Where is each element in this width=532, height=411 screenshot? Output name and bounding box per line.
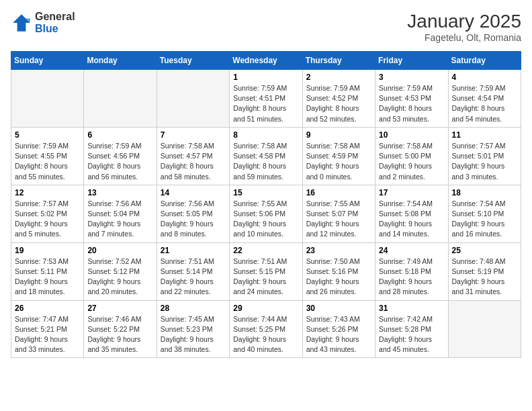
calendar-cell: 1Sunrise: 7:59 AM Sunset: 4:51 PM Daylig… [230,70,302,128]
calendar-cell: 25Sunrise: 7:48 AM Sunset: 5:19 PM Dayli… [448,242,521,300]
day-number: 11 [452,130,517,140]
calendar-cell: 16Sunrise: 7:55 AM Sunset: 5:07 PM Dayli… [302,185,375,242]
day-number: 6 [87,130,152,140]
weekday-header-saturday: Saturday [448,52,521,70]
day-number: 3 [379,73,444,82]
week-row-1: 1Sunrise: 7:59 AM Sunset: 4:51 PM Daylig… [11,70,521,128]
cell-info: Sunrise: 7:55 AM Sunset: 5:06 PM Dayligh… [233,199,298,240]
day-number: 22 [233,246,298,255]
calendar-cell: 27Sunrise: 7:46 AM Sunset: 5:22 PM Dayli… [84,300,157,358]
location-text: Fagetelu, Olt, Romania [407,32,521,43]
logo-icon [11,12,32,34]
weekday-header-friday: Friday [375,52,448,70]
calendar-cell: 10Sunrise: 7:58 AM Sunset: 5:00 PM Dayli… [375,127,448,185]
calendar-cell: 28Sunrise: 7:45 AM Sunset: 5:23 PM Dayli… [157,300,229,358]
day-number: 25 [452,246,517,255]
weekday-header-monday: Monday [84,52,157,70]
cell-info: Sunrise: 7:59 AM Sunset: 4:56 PM Dayligh… [87,141,152,182]
title-block: January 2025 Fagetelu, Olt, Romania [407,11,521,43]
calendar-cell: 2Sunrise: 7:59 AM Sunset: 4:52 PM Daylig… [302,70,375,128]
calendar-cell: 30Sunrise: 7:43 AM Sunset: 5:26 PM Dayli… [302,300,375,358]
calendar-cell [11,70,84,128]
week-row-5: 26Sunrise: 7:47 AM Sunset: 5:21 PM Dayli… [11,300,521,358]
calendar-cell: 18Sunrise: 7:54 AM Sunset: 5:10 PM Dayli… [448,185,521,242]
calendar-cell: 9Sunrise: 7:58 AM Sunset: 4:59 PM Daylig… [302,127,375,185]
weekday-header-row: SundayMondayTuesdayWednesdayThursdayFrid… [11,52,521,70]
week-row-3: 12Sunrise: 7:57 AM Sunset: 5:02 PM Dayli… [11,185,521,242]
cell-info: Sunrise: 7:58 AM Sunset: 5:00 PM Dayligh… [379,141,444,182]
day-number: 23 [306,246,371,255]
logo: General Blue [11,11,75,34]
cell-info: Sunrise: 7:44 AM Sunset: 5:25 PM Dayligh… [233,314,298,355]
week-row-2: 5Sunrise: 7:59 AM Sunset: 4:55 PM Daylig… [11,127,521,185]
calendar-cell: 8Sunrise: 7:58 AM Sunset: 4:58 PM Daylig… [230,127,302,185]
month-title: January 2025 [407,11,521,32]
cell-info: Sunrise: 7:59 AM Sunset: 4:55 PM Dayligh… [15,141,80,182]
calendar-cell: 23Sunrise: 7:50 AM Sunset: 5:16 PM Dayli… [302,242,375,300]
day-number: 16 [306,188,371,197]
cell-info: Sunrise: 7:52 AM Sunset: 5:12 PM Dayligh… [87,257,152,298]
cell-info: Sunrise: 7:42 AM Sunset: 5:28 PM Dayligh… [379,314,444,355]
calendar-cell: 6Sunrise: 7:59 AM Sunset: 4:56 PM Daylig… [84,127,157,185]
day-number: 8 [233,130,298,140]
calendar-cell: 22Sunrise: 7:51 AM Sunset: 5:15 PM Dayli… [230,242,302,300]
day-number: 17 [379,188,444,197]
calendar-cell: 5Sunrise: 7:59 AM Sunset: 4:55 PM Daylig… [11,127,84,185]
day-number: 10 [379,130,444,140]
cell-info: Sunrise: 7:55 AM Sunset: 5:07 PM Dayligh… [306,199,371,240]
calendar-cell: 12Sunrise: 7:57 AM Sunset: 5:02 PM Dayli… [11,185,84,242]
cell-info: Sunrise: 7:59 AM Sunset: 4:53 PM Dayligh… [379,83,444,124]
cell-info: Sunrise: 7:43 AM Sunset: 5:26 PM Dayligh… [306,314,371,355]
cell-info: Sunrise: 7:54 AM Sunset: 5:08 PM Dayligh… [379,199,444,240]
day-number: 30 [306,304,371,313]
day-number: 21 [161,246,226,255]
calendar-table: SundayMondayTuesdayWednesdayThursdayFrid… [11,51,521,358]
day-number: 5 [15,130,80,140]
cell-info: Sunrise: 7:58 AM Sunset: 4:57 PM Dayligh… [161,141,226,182]
calendar-cell: 31Sunrise: 7:42 AM Sunset: 5:28 PM Dayli… [375,300,448,358]
day-number: 20 [87,246,152,255]
cell-info: Sunrise: 7:59 AM Sunset: 4:52 PM Dayligh… [306,83,371,124]
cell-info: Sunrise: 7:56 AM Sunset: 5:04 PM Dayligh… [87,199,152,240]
cell-info: Sunrise: 7:53 AM Sunset: 5:11 PM Dayligh… [15,257,80,298]
cell-info: Sunrise: 7:50 AM Sunset: 5:16 PM Dayligh… [306,257,371,298]
cell-info: Sunrise: 7:48 AM Sunset: 5:19 PM Dayligh… [452,257,517,298]
weekday-header-sunday: Sunday [11,52,84,70]
cell-info: Sunrise: 7:51 AM Sunset: 5:14 PM Dayligh… [161,257,226,298]
day-number: 31 [379,304,444,313]
day-number: 4 [452,73,517,82]
calendar-cell: 29Sunrise: 7:44 AM Sunset: 5:25 PM Dayli… [230,300,302,358]
cell-info: Sunrise: 7:57 AM Sunset: 5:02 PM Dayligh… [15,199,80,240]
day-number: 26 [15,304,80,313]
day-number: 9 [306,130,371,140]
calendar-cell: 20Sunrise: 7:52 AM Sunset: 5:12 PM Dayli… [84,242,157,300]
cell-info: Sunrise: 7:58 AM Sunset: 4:59 PM Dayligh… [306,141,371,182]
calendar-cell: 7Sunrise: 7:58 AM Sunset: 4:57 PM Daylig… [157,127,229,185]
day-number: 28 [161,304,226,313]
week-row-4: 19Sunrise: 7:53 AM Sunset: 5:11 PM Dayli… [11,242,521,300]
calendar-cell: 11Sunrise: 7:57 AM Sunset: 5:01 PM Dayli… [448,127,521,185]
day-number: 24 [379,246,444,255]
calendar-cell: 14Sunrise: 7:56 AM Sunset: 5:05 PM Dayli… [157,185,229,242]
day-number: 15 [233,188,298,197]
day-number: 2 [306,73,371,82]
cell-info: Sunrise: 7:51 AM Sunset: 5:15 PM Dayligh… [233,257,298,298]
calendar-cell [157,70,229,128]
calendar-cell [84,70,157,128]
page-header: General Blue January 2025 Fagetelu, Olt,… [11,11,521,43]
calendar-cell: 4Sunrise: 7:59 AM Sunset: 4:54 PM Daylig… [448,70,521,128]
logo-general-text: General [35,11,75,23]
day-number: 14 [161,188,226,197]
calendar-cell: 24Sunrise: 7:49 AM Sunset: 5:18 PM Dayli… [375,242,448,300]
cell-info: Sunrise: 7:59 AM Sunset: 4:51 PM Dayligh… [233,83,298,124]
calendar-cell: 15Sunrise: 7:55 AM Sunset: 5:06 PM Dayli… [230,185,302,242]
day-number: 27 [87,304,152,313]
svg-marker-0 [13,14,30,32]
cell-info: Sunrise: 7:46 AM Sunset: 5:22 PM Dayligh… [87,314,152,355]
day-number: 29 [233,304,298,313]
calendar-cell: 13Sunrise: 7:56 AM Sunset: 5:04 PM Dayli… [84,185,157,242]
cell-info: Sunrise: 7:45 AM Sunset: 5:23 PM Dayligh… [161,314,226,355]
calendar-cell: 3Sunrise: 7:59 AM Sunset: 4:53 PM Daylig… [375,70,448,128]
calendar-cell [448,300,521,358]
calendar-cell: 17Sunrise: 7:54 AM Sunset: 5:08 PM Dayli… [375,185,448,242]
